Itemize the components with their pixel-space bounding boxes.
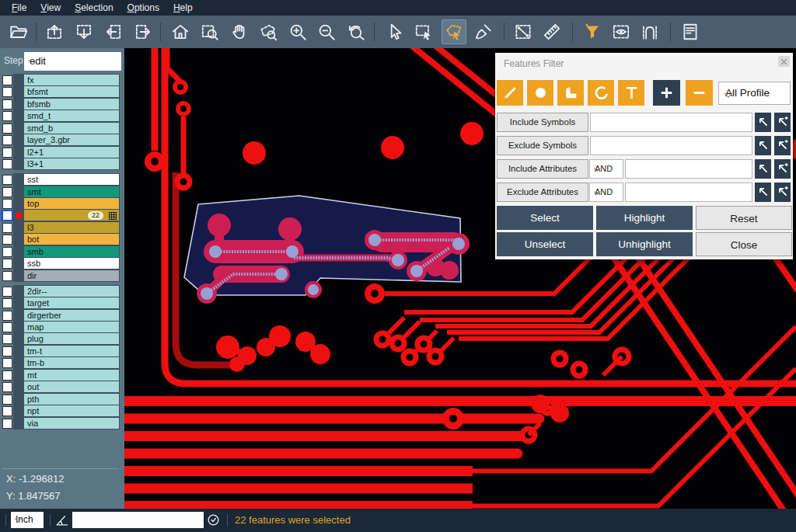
- layers-list-tool[interactable]: [680, 22, 700, 42]
- layer-row-bot[interactable]: bot: [0, 234, 124, 245]
- menu-view[interactable]: View: [33, 0, 68, 16]
- layer-visibility-checkbox[interactable]: [2, 223, 12, 233]
- draw-line-filter-button[interactable]: [497, 80, 523, 106]
- layer-name[interactable]: sst: [24, 174, 119, 185]
- pick-add-from-canvas-button[interactable]: [774, 183, 791, 202]
- layer-row-via[interactable]: via: [0, 418, 124, 429]
- close-button[interactable]: Close: [696, 232, 792, 256]
- layer-visibility-checkbox[interactable]: [2, 395, 12, 405]
- zoom-out-tool[interactable]: [316, 22, 337, 42]
- layer-visibility-checkbox[interactable]: [2, 175, 12, 185]
- select-button[interactable]: Select: [497, 206, 593, 230]
- include-attributes-button[interactable]: Include Attributes: [497, 159, 588, 179]
- layer-name[interactable]: smt: [24, 186, 119, 197]
- layer-visibility-checkbox[interactable]: [2, 235, 12, 245]
- layer-name[interactable]: bot: [24, 234, 119, 245]
- view-options-tool[interactable]: [611, 22, 631, 42]
- exclude-attributes-input[interactable]: [625, 183, 752, 202]
- pan-down-tool[interactable]: [74, 22, 94, 42]
- exclude-symbols-input[interactable]: [590, 136, 752, 155]
- layer-name[interactable]: out: [24, 381, 119, 392]
- layer-row-target[interactable]: target: [0, 297, 124, 308]
- layer-row-out[interactable]: out: [0, 381, 124, 392]
- draw-text-filter-button[interactable]: [618, 80, 644, 106]
- layer-name[interactable]: target: [24, 297, 119, 308]
- unhighlight-button[interactable]: Unhighlight: [596, 232, 693, 256]
- layer-name[interactable]: mt: [24, 370, 119, 381]
- layer-visibility-checkbox[interactable]: [2, 99, 12, 110]
- layer-name[interactable]: smd_b: [24, 123, 119, 134]
- layer-row-smd_b[interactable]: smd_b: [0, 123, 124, 134]
- units-dropdown[interactable]: Inch: [11, 512, 44, 528]
- select-rectangle-tool[interactable]: [414, 22, 434, 42]
- menu-selection[interactable]: Selection: [68, 0, 120, 16]
- layer-name[interactable]: pth: [24, 394, 119, 405]
- layer-name[interactable]: fx: [24, 75, 119, 85]
- layer-name[interactable]: top: [24, 198, 119, 209]
- zoom-fit-tool[interactable]: [200, 22, 220, 42]
- draw-surface-filter-button[interactable]: [557, 80, 584, 106]
- clearance-check-tool[interactable]: [473, 22, 494, 42]
- layer-row-npt[interactable]: npt: [0, 405, 124, 416]
- layer-row-bfsmt[interactable]: bfsmt: [0, 86, 124, 97]
- layer-visibility-checkbox[interactable]: [2, 111, 12, 121]
- layer-visibility-checkbox[interactable]: [2, 406, 12, 416]
- layer-name[interactable]: smd_t: [24, 110, 119, 121]
- include-symbols-button[interactable]: Include Symbols: [497, 113, 588, 132]
- layer-visibility-checkbox[interactable]: [2, 298, 12, 308]
- layer-row-smb[interactable]: smb: [0, 246, 124, 257]
- zoom-window-tool[interactable]: [258, 22, 278, 42]
- draw-pad-filter-button[interactable]: [527, 80, 553, 106]
- open-tool[interactable]: [9, 22, 29, 42]
- measure-ruler-tool[interactable]: [542, 22, 562, 42]
- layer-name[interactable]: 2dir--: [24, 286, 119, 297]
- net-search-tool[interactable]: [640, 22, 660, 42]
- selected-features-region[interactable]: [184, 196, 470, 304]
- layer-visibility-checkbox[interactable]: [2, 148, 12, 158]
- layer-name[interactable]: bfsmb: [24, 99, 119, 110]
- layer-visibility-checkbox[interactable]: [2, 358, 12, 368]
- layer-name[interactable]: npt: [24, 405, 119, 416]
- pick-add-from-canvas-button[interactable]: [774, 136, 791, 155]
- command-input[interactable]: [72, 512, 204, 528]
- operator-dropdown[interactable]: AND: [589, 159, 623, 179]
- layer-visibility-checkbox[interactable]: [2, 419, 12, 429]
- layer-visibility-checkbox[interactable]: [2, 334, 12, 344]
- layer-visibility-checkbox[interactable]: [2, 271, 12, 281]
- layer-row-ssb[interactable]: ssb: [0, 258, 124, 269]
- layer-row-top[interactable]: top: [0, 198, 124, 209]
- dialog-close-button[interactable]: [778, 56, 790, 67]
- layer-row-l2[interactable]: 22: [0, 210, 124, 221]
- remove-filter-button[interactable]: [686, 80, 713, 106]
- layer-visibility-checkbox[interactable]: [2, 159, 12, 169]
- layer-row-smt[interactable]: smt: [0, 186, 124, 197]
- layer-row-layer_3.gbr[interactable]: layer_3.gbr: [0, 134, 124, 145]
- layer-visibility-checkbox[interactable]: [2, 370, 12, 381]
- select-pointer-tool[interactable]: [385, 22, 405, 42]
- home-tool[interactable]: [170, 22, 190, 42]
- layer-row-map[interactable]: map: [0, 322, 124, 332]
- layer-visibility-checkbox[interactable]: [2, 259, 12, 269]
- layer-visibility-checkbox[interactable]: [2, 135, 12, 145]
- pick-from-canvas-button[interactable]: [755, 159, 771, 179]
- select-polygon-tool[interactable]: [444, 22, 464, 42]
- draw-arc-filter-button[interactable]: [588, 80, 614, 106]
- layer-row-dir[interactable]: dir: [0, 270, 124, 281]
- pan-left-tool[interactable]: [103, 22, 124, 42]
- layer-name[interactable]: smb: [24, 246, 119, 257]
- layer-row-dirgerber[interactable]: dirgerber: [0, 310, 124, 321]
- angle-measure-icon[interactable]: [54, 513, 69, 530]
- menu-options[interactable]: Options: [120, 0, 166, 16]
- include-symbols-input[interactable]: [590, 113, 752, 132]
- layer-row-fx[interactable]: fx: [0, 75, 124, 85]
- layer-visibility-checkbox[interactable]: [2, 382, 12, 392]
- refresh-icon[interactable]: [206, 513, 221, 530]
- layer-row-l3[interactable]: l3: [0, 222, 124, 233]
- layer-visibility-checkbox[interactable]: [2, 287, 12, 297]
- layer-row-pth[interactable]: pth: [0, 394, 124, 405]
- layer-visibility-checkbox[interactable]: [3, 211, 12, 220]
- layer-name[interactable]: bfsmt: [24, 86, 119, 97]
- measure-point-tool[interactable]: [513, 22, 533, 42]
- reset-button[interactable]: Reset: [696, 206, 792, 230]
- add-filter-button[interactable]: [653, 80, 680, 106]
